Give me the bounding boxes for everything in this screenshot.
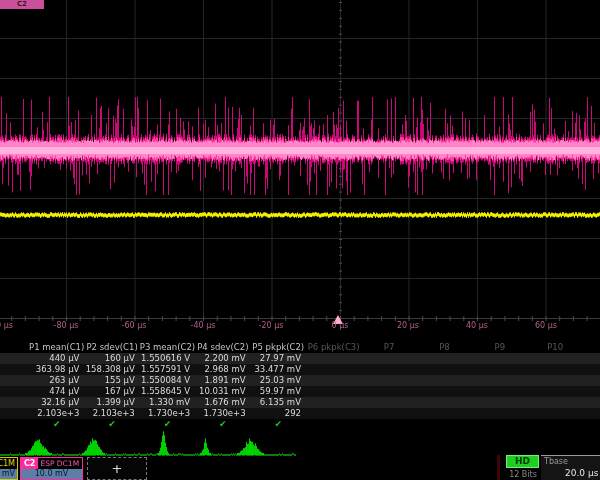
measurement-cell: 474 µV — [29, 386, 84, 397]
measurement-cell: 2.968 mV — [195, 364, 250, 375]
tbase-value: 20.0 µs — [565, 468, 598, 478]
measurement-header[interactable]: P4 sdev(C2) — [195, 341, 250, 352]
measurement-table: P1 mean(C1)P2 sdev(C1)P3 mean(C2)P4 sdev… — [0, 341, 600, 430]
measurement-header[interactable]: P9 — [472, 341, 527, 352]
axis-tick-label: 60 µs — [535, 321, 557, 330]
c1-scale: 20.0 mV — [0, 469, 17, 479]
measurement-cell: 155 µV — [84, 375, 139, 386]
measurement-cell: 1.730e+3 — [140, 408, 195, 419]
measurement-cell: 10.031 mV — [195, 386, 250, 397]
c1-coupling: DC1M — [0, 459, 15, 468]
oscilloscope-screen: C2 -100 µs-80 µs-60 µs-40 µs-20 µs0 µs20… — [0, 0, 600, 480]
measurement-cell: 167 µV — [84, 386, 139, 397]
measurement-cell: 32.16 µV — [29, 397, 84, 408]
resolution-bits-label: 12 Bits — [504, 470, 542, 479]
measurement-cell: 1.676 mV — [195, 397, 250, 408]
axis-tick-label: -80 µs — [54, 321, 79, 330]
measurement-cell: 27.97 mV — [251, 353, 306, 364]
axis-tick-label: -40 µs — [191, 321, 216, 330]
measurement-cell: 1.550084 V — [140, 375, 195, 386]
axis-tick-label: -60 µs — [122, 321, 147, 330]
status-pass-icon: ✔ — [84, 419, 139, 430]
measurement-cell: 292 — [251, 408, 306, 419]
measurement-cell: 363.98 µV — [29, 364, 84, 375]
measurement-header[interactable]: P1 mean(C1) — [29, 341, 84, 352]
axis-tick-label: 20 µs — [397, 321, 419, 330]
timebase-descriptor[interactable]: Tbase 20.0 µs — [541, 455, 600, 480]
measurement-header[interactable]: P5 pkpk(C2) — [251, 341, 306, 352]
c2-scale: 10.0 mV — [21, 469, 82, 479]
measurement-cell: 1.730e+3 — [195, 408, 250, 419]
hd-badge-label: HD — [515, 456, 530, 466]
plus-icon: + — [112, 461, 123, 476]
measurement-header[interactable]: P7 — [361, 341, 416, 352]
measurement-cell: 1.891 mV — [195, 375, 250, 386]
c2-channel-descriptor[interactable]: C2 ESP DC1M 10.0 mV — [20, 457, 83, 480]
status-pass-icon: ✔ — [140, 419, 195, 430]
measurement-cell: 33.477 mV — [251, 364, 306, 375]
measurement-cell: 1.399 µV — [84, 397, 139, 408]
measurement-cell: 160 µV — [84, 353, 139, 364]
measurement-header[interactable]: P6 pkpk(C3) — [306, 341, 361, 352]
axis-tick-label: 40 µs — [466, 321, 488, 330]
axis-tick-label: -20 µs — [259, 321, 284, 330]
c2-grabber-label: C2 — [17, 0, 27, 8]
measurement-cell: 25.03 mV — [251, 375, 306, 386]
measurement-cell: 1.557591 V — [140, 364, 195, 375]
measurement-histicons — [0, 430, 600, 457]
measurement-cell: 2.103e+3 — [29, 408, 84, 419]
status-pass-icon: ✔ — [251, 419, 306, 430]
measurement-cell: 2.200 mV — [195, 353, 250, 364]
measurement-cell: 158.308 µV — [84, 364, 139, 375]
measurement-cell: 263 µV — [29, 375, 84, 386]
hd-mode-badge[interactable]: HD — [506, 455, 539, 468]
measurement-cell: 6.135 mV — [251, 397, 306, 408]
c2-coupling: ESP DC1M — [38, 458, 79, 469]
measurement-cell: 1.550616 V — [140, 353, 195, 364]
measurement-header[interactable]: P8 — [417, 341, 472, 352]
c1-channel-descriptor[interactable]: C1 DC1M 20.0 mV — [0, 457, 18, 480]
c2-trace-grabber[interactable]: C2 — [0, 0, 44, 9]
tbase-label: Tbase — [544, 457, 568, 466]
trigger-descriptor-edge — [497, 455, 500, 480]
measurement-header[interactable]: P10 — [528, 341, 583, 352]
c2-label: C2 — [21, 458, 38, 469]
measurement-cell: 59.97 mV — [251, 386, 306, 397]
status-pass-icon: ✔ — [29, 419, 84, 430]
axis-tick-label: -100 µs — [0, 321, 13, 330]
axis-tick-label: 0 µs — [332, 321, 349, 330]
measurement-header[interactable]: P3 mean(C2) — [140, 341, 195, 352]
measurement-cell: 2.103e+3 — [84, 408, 139, 419]
status-pass-icon: ✔ — [195, 419, 250, 430]
measurement-cell: 1.330 mV — [140, 397, 195, 408]
measurement-header[interactable]: P2 sdev(C1) — [84, 341, 139, 352]
measurement-cell: 1.558645 V — [140, 386, 195, 397]
measurement-cell: 440 µV — [29, 353, 84, 364]
waveform-display — [0, 0, 600, 336]
add-trace-button[interactable]: + — [87, 457, 147, 480]
